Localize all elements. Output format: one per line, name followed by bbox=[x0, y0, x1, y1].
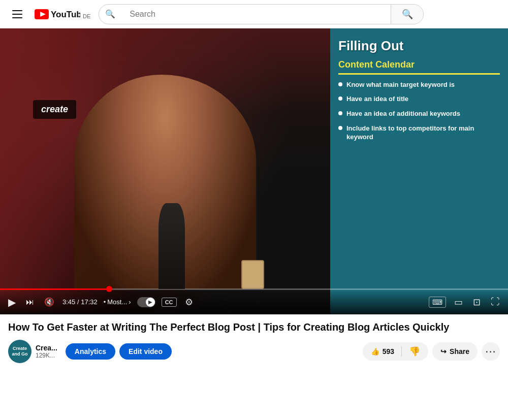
bullet-dot bbox=[338, 82, 342, 86]
channel-name[interactable]: Crea... bbox=[36, 344, 57, 352]
search-bar[interactable]: 🔍 🔍 bbox=[99, 4, 424, 24]
search-icon: 🔍 bbox=[99, 9, 121, 19]
cast-button[interactable]: ⊡ bbox=[471, 295, 483, 310]
bullet-dot bbox=[338, 126, 342, 130]
dislike-icon: 👎 bbox=[409, 346, 420, 357]
locale-badge: DE bbox=[83, 13, 90, 19]
keyboard-button[interactable]: ⌨ bbox=[429, 297, 446, 308]
slide-bullet-3: Have an idea of additional keywords bbox=[338, 110, 500, 118]
analytics-button[interactable]: Analytics bbox=[66, 343, 115, 360]
bullet-dot bbox=[338, 111, 342, 115]
header: YouTube DE 🔍 🔍 bbox=[0, 0, 508, 28]
settings-button[interactable]: ⚙ bbox=[183, 295, 195, 310]
quality-indicator[interactable]: • Most... › bbox=[104, 298, 131, 306]
mute-button[interactable]: 🔇 bbox=[42, 295, 56, 309]
share-button[interactable]: ↪ Share bbox=[432, 342, 478, 361]
video-slide-side: Filling Out Content Calendar Know what m… bbox=[330, 28, 508, 314]
share-icon: ↪ bbox=[440, 347, 447, 356]
channel-avatar[interactable]: Createand Go bbox=[8, 340, 31, 363]
microphone bbox=[158, 203, 185, 289]
channel-subscribers: 129K... bbox=[36, 352, 57, 359]
like-divider bbox=[401, 346, 402, 357]
slide-heading1: Filling Out bbox=[338, 39, 500, 53]
video-controls: ▶ ⏭ 🔇 3:45 / 17:32 • Most... › ▶ CC ⚙ bbox=[0, 290, 508, 314]
next-button[interactable]: ⏭ bbox=[24, 296, 36, 309]
theater-button[interactable]: ▭ bbox=[452, 295, 465, 310]
mug bbox=[241, 260, 265, 288]
edit-video-button[interactable]: Edit video bbox=[119, 343, 172, 360]
video-meta-row: Createand Go Crea... 129K... Analytics E… bbox=[8, 340, 500, 363]
search-button[interactable]: 🔍 bbox=[391, 5, 423, 24]
video-title: How To Get Faster at Writing The Perfect… bbox=[8, 320, 500, 334]
video-thumbnail: create Filling Out Content Calendar Know… bbox=[0, 28, 508, 314]
share-label: Share bbox=[450, 347, 469, 356]
miniplayer-toggle[interactable]: ▶ bbox=[137, 297, 155, 307]
slide-heading2: Content Calendar bbox=[338, 59, 500, 75]
like-button[interactable]: 👍 593 bbox=[365, 342, 400, 361]
like-dislike-area: 👍 593 👎 bbox=[363, 342, 428, 361]
current-time: 3:45 / 17:32 bbox=[62, 298, 98, 306]
bullet-dot bbox=[338, 96, 342, 101]
header-left: YouTube DE bbox=[8, 6, 90, 22]
like-icon: 👍 bbox=[371, 347, 379, 356]
video-player[interactable]: create Filling Out Content Calendar Know… bbox=[0, 28, 508, 314]
create-sign: create bbox=[33, 100, 76, 119]
toggle-circle: ▶ bbox=[146, 298, 155, 307]
search-input[interactable] bbox=[121, 5, 391, 24]
video-presenter-side: create bbox=[0, 28, 330, 314]
subtitles-button[interactable]: CC bbox=[162, 298, 177, 307]
slide-bullet-4: Include links to top competitors for mai… bbox=[338, 124, 500, 142]
dislike-button[interactable]: 👎 bbox=[403, 342, 426, 361]
video-info: How To Get Faster at Writing The Perfect… bbox=[0, 314, 508, 369]
youtube-logo[interactable]: YouTube DE bbox=[35, 9, 90, 19]
more-icon: ··· bbox=[485, 345, 496, 358]
svg-text:YouTube: YouTube bbox=[51, 10, 80, 19]
yt-logo-icon: YouTube bbox=[35, 9, 80, 19]
slide-bullet-1: Know what main target keyword is bbox=[338, 81, 500, 89]
main-content: create Filling Out Content Calendar Know… bbox=[0, 28, 508, 369]
play-button[interactable]: ▶ bbox=[6, 294, 18, 310]
more-options-button[interactable]: ··· bbox=[482, 342, 500, 361]
menu-button[interactable] bbox=[8, 6, 26, 22]
slide-bullet-2: Have an idea of title bbox=[338, 95, 500, 104]
fullscreen-button[interactable]: ⛶ bbox=[489, 295, 502, 309]
channel-info: Crea... 129K... bbox=[36, 344, 57, 359]
like-count: 593 bbox=[383, 347, 394, 356]
